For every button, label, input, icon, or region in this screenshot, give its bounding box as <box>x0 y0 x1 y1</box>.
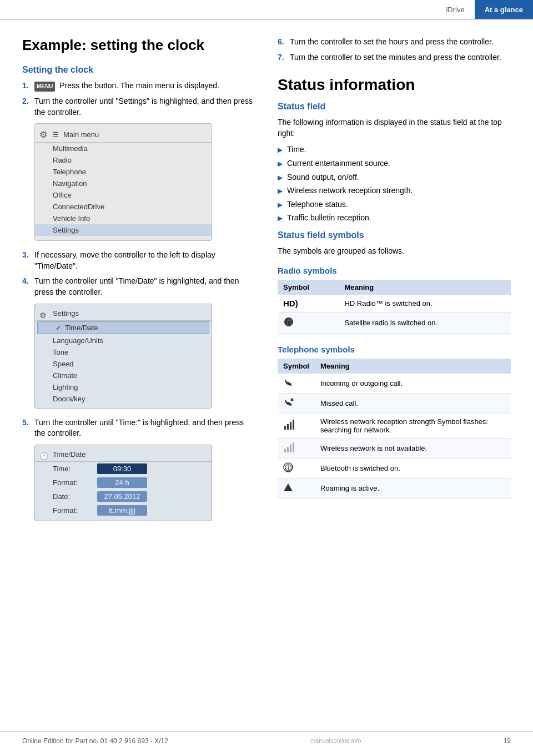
time-date-mock: 🕐 Time/Date Time: 09:30 Format: 24 h Dat… <box>34 445 212 521</box>
satellite-symbol: 🎵 <box>278 312 339 333</box>
telephone-symbol-table: Symbol Meaning Incoming or outgoing call… <box>278 359 511 498</box>
time-row-date: Date: 27.05.2012 <box>35 490 212 503</box>
nav-idrive[interactable]: iDrive <box>436 0 474 19</box>
tel-col-meaning: Meaning <box>315 359 511 374</box>
tel-row-no-signal: Wireless network is not available. <box>278 438 511 458</box>
status-items: ▶ Time. ▶ Current entertainment source. … <box>278 144 511 224</box>
footer-left: Online Edition for Part no. 01 40 2 916 … <box>22 737 168 745</box>
menu-office: Office <box>35 189 212 201</box>
roaming-meaning: Roaming is active. <box>315 478 511 498</box>
page-heading: Example: setting the clock <box>22 37 255 54</box>
svg-rect-7 <box>293 420 294 430</box>
step-3: 3. If necessary, move the controller to … <box>22 250 255 271</box>
tel-row-bluetooth: ⓘ Bluetooth is switched on. <box>278 458 511 478</box>
bluetooth-symbol: ⓘ <box>278 458 315 478</box>
time-row-format2: Format: tt.mm.jjjj <box>35 503 212 517</box>
menu-radio: Radio <box>35 154 212 166</box>
settings-language: Language/Units <box>35 335 212 346</box>
tel-row-missed: Missed call. <box>278 393 511 413</box>
svg-rect-8 <box>284 449 286 452</box>
nav-at-a-glance[interactable]: At a glance <box>475 0 533 19</box>
footer-watermark: manualsonline.info <box>310 737 361 745</box>
menu-vehicle-info: Vehicle Info <box>35 213 212 224</box>
radio-col-meaning: Meaning <box>339 280 511 295</box>
tel-col-symbol: Symbol <box>278 359 315 374</box>
main-menu-title: ☰ Main menu <box>35 128 212 143</box>
right-column: 6. Turn the controller to set the hours … <box>278 37 511 530</box>
settings-speed: Speed <box>35 358 212 370</box>
tel-row-roaming: Roaming is active. <box>278 478 511 498</box>
left-column: Example: setting the clock Setting the c… <box>22 37 255 530</box>
top-nav: iDrive At a glance <box>0 0 533 20</box>
missed-meaning: Missed call. <box>315 393 511 413</box>
menu-connecteddrive: ConnectedDrive <box>35 201 212 213</box>
menu-button-icon: MENU <box>34 82 55 92</box>
radio-symbols-heading: Radio symbols <box>278 266 511 275</box>
bluetooth-meaning: Bluetooth is switched on. <box>315 458 511 478</box>
roaming-symbol <box>278 478 315 498</box>
symbols-desc: The symbols are grouped as follows. <box>278 246 511 257</box>
time-row-format1: Format: 24 h <box>35 476 212 490</box>
setting-clock-heading: Setting the clock <box>22 65 255 75</box>
step-5-list: 5. Turn the controller until "Time:" is … <box>22 417 255 439</box>
menu-navigation: Navigation <box>35 178 212 189</box>
settings-doors: Doors/key <box>35 393 212 405</box>
status-item-traffic: ▶ Traffic bulletin reception. <box>278 213 511 224</box>
signal-meaning: Wireless network reception strength Symb… <box>315 413 511 438</box>
status-item-time: ▶ Time. <box>278 144 511 155</box>
svg-rect-10 <box>290 445 291 452</box>
svg-text:ⓘ: ⓘ <box>285 464 292 472</box>
radio-col-symbol: Symbol <box>278 280 339 295</box>
hd-symbol: HD) <box>278 295 339 313</box>
satellite-meaning: Satellite radio is switched on. <box>339 312 511 333</box>
status-item-sound: ▶ Sound output, on/off. <box>278 172 511 183</box>
step-1: 1. MENU Press the button. The main menu … <box>22 80 255 92</box>
settings-menu-mock: ⚙ Settings ✓ Time/Date Language/Units To… <box>34 304 212 409</box>
step-4: 4. Turn the controller until "Time/Date"… <box>22 276 255 298</box>
time-row-time: Time: 09:30 <box>35 462 212 476</box>
steps-6-7: 6. Turn the controller to set the hours … <box>278 37 511 63</box>
menu-multimedia: Multimedia <box>35 143 212 154</box>
steps-3-4: 3. If necessary, move the controller to … <box>22 250 255 298</box>
settings-title: Settings <box>35 308 212 321</box>
status-field-symbols-heading: Status field symbols <box>278 230 511 240</box>
footer-page: 19 <box>504 737 511 745</box>
call-symbol <box>278 374 315 394</box>
radio-row-hd: HD) HD Radio™ is switched on. <box>278 295 511 313</box>
settings-tone: Tone <box>35 346 212 358</box>
svg-rect-5 <box>287 424 289 430</box>
no-signal-symbol <box>278 438 315 458</box>
tel-row-call: Incoming or outgoing call. <box>278 374 511 394</box>
step-6: 6. Turn the controller to set the hours … <box>278 37 511 48</box>
status-field-desc: The following information is displayed i… <box>278 117 511 139</box>
footer: Online Edition for Part no. 01 40 2 916 … <box>0 731 533 745</box>
menu-telephone: Telephone <box>35 166 212 178</box>
telephone-symbols-heading: Telephone symbols <box>278 345 511 354</box>
main-content: Example: setting the clock Setting the c… <box>0 20 533 552</box>
main-menu-mock: ⚙ ☰ Main menu Multimedia Radio Telephone… <box>34 123 212 241</box>
signal-symbol <box>278 413 315 438</box>
step-2: 2. Turn the controller until "Settings" … <box>22 96 255 118</box>
status-item-entertainment: ▶ Current entertainment source. <box>278 158 511 169</box>
svg-rect-6 <box>290 422 291 430</box>
step-7: 7. Turn the controller to set the minute… <box>278 52 511 63</box>
settings-lighting: Lighting <box>35 381 212 393</box>
steps-list: 1. MENU Press the button. The main menu … <box>22 80 255 118</box>
step-5: 5. Turn the controller until "Time:" is … <box>22 417 255 439</box>
svg-rect-11 <box>293 442 294 452</box>
svg-marker-14 <box>284 483 293 491</box>
status-info-heading: Status information <box>278 76 511 94</box>
missed-symbol <box>278 393 315 413</box>
settings-time-date: ✓ Time/Date <box>37 321 209 334</box>
no-signal-meaning: Wireless network is not available. <box>315 438 511 458</box>
svg-text:🎵: 🎵 <box>285 318 293 326</box>
settings-climate: Climate <box>35 370 212 381</box>
radio-symbol-table: Symbol Meaning HD) HD Radio™ is switched… <box>278 280 511 334</box>
status-item-telephone: ▶ Telephone status. <box>278 199 511 210</box>
menu-settings: Settings <box>35 224 212 236</box>
status-field-heading: Status field <box>278 102 511 112</box>
call-meaning: Incoming or outgoing call. <box>315 374 511 394</box>
svg-rect-9 <box>287 447 289 452</box>
svg-rect-4 <box>284 426 286 430</box>
hd-meaning: HD Radio™ is switched on. <box>339 295 511 313</box>
